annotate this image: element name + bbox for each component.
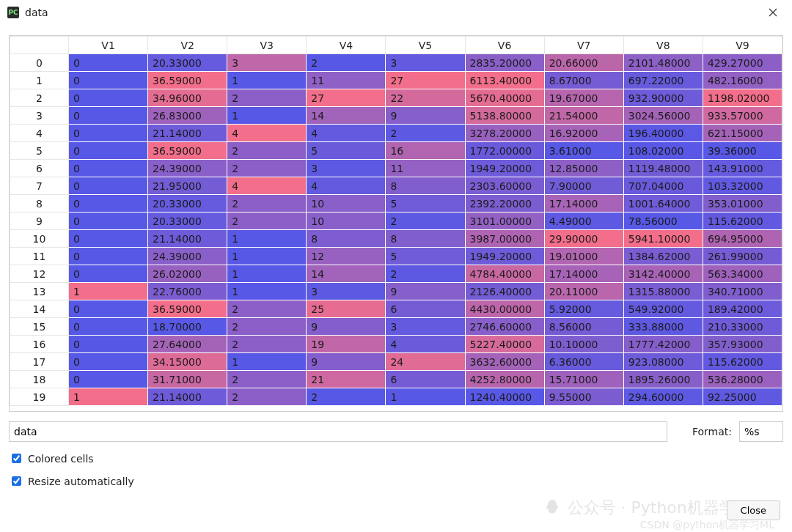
table-cell[interactable]: 9 bbox=[386, 283, 465, 300]
table-cell[interactable]: 19.67000 bbox=[544, 89, 623, 107]
table-cell[interactable]: 21.14000 bbox=[148, 125, 227, 142]
row-index[interactable]: 14 bbox=[10, 300, 69, 318]
table-cell[interactable]: 19.01000 bbox=[544, 248, 623, 265]
table-cell[interactable]: 10 bbox=[307, 213, 386, 230]
table-cell[interactable]: 22.76000 bbox=[148, 283, 227, 300]
row-index[interactable]: 2 bbox=[10, 89, 69, 107]
table-cell[interactable]: 103.32000 bbox=[703, 177, 782, 195]
table-cell[interactable]: 697.22000 bbox=[623, 72, 703, 89]
table-cell[interactable]: 1 bbox=[69, 388, 148, 406]
table-cell[interactable]: 2 bbox=[227, 160, 307, 177]
table-cell[interactable]: 482.16000 bbox=[703, 72, 782, 89]
table-cell[interactable]: 2 bbox=[227, 213, 307, 230]
table-cell[interactable]: 5227.40000 bbox=[465, 336, 544, 353]
table-cell[interactable]: 143.91000 bbox=[703, 160, 782, 177]
table-cell[interactable]: 2 bbox=[386, 125, 465, 142]
format-input[interactable] bbox=[739, 421, 783, 442]
table-cell[interactable]: 15.71000 bbox=[544, 371, 623, 388]
table-cell[interactable]: 20.33000 bbox=[148, 54, 227, 72]
column-header[interactable]: V8 bbox=[623, 37, 703, 54]
table-cell[interactable]: 11 bbox=[307, 72, 386, 89]
row-index[interactable]: 16 bbox=[10, 336, 69, 353]
table-cell[interactable]: 5 bbox=[386, 195, 465, 213]
table-cell[interactable]: 34.15000 bbox=[148, 353, 227, 371]
table-cell[interactable]: 2 bbox=[227, 336, 307, 353]
table-cell[interactable]: 3142.40000 bbox=[623, 265, 703, 283]
table-cell[interactable]: 9.55000 bbox=[544, 388, 623, 406]
table-cell[interactable]: 261.99000 bbox=[703, 248, 782, 265]
table-cell[interactable]: 0 bbox=[69, 248, 148, 265]
table-cell[interactable]: 563.34000 bbox=[703, 265, 782, 283]
row-index[interactable]: 1 bbox=[10, 72, 69, 89]
table-cell[interactable]: 5 bbox=[386, 248, 465, 265]
table-cell[interactable]: 3632.60000 bbox=[465, 353, 544, 371]
table-cell[interactable]: 4252.80000 bbox=[465, 371, 544, 388]
table-cell[interactable]: 27 bbox=[307, 89, 386, 107]
table-cell[interactable]: 3278.20000 bbox=[465, 125, 544, 142]
colored-cells-checkbox[interactable] bbox=[12, 454, 21, 463]
table-cell[interactable]: 210.33000 bbox=[703, 318, 782, 336]
table-cell[interactable]: 549.92000 bbox=[623, 300, 703, 318]
row-index[interactable]: 6 bbox=[10, 160, 69, 177]
row-index[interactable]: 3 bbox=[10, 107, 69, 125]
table-cell[interactable]: 0 bbox=[69, 230, 148, 248]
table-cell[interactable]: 11 bbox=[386, 160, 465, 177]
row-index[interactable]: 19 bbox=[10, 388, 69, 406]
table-cell[interactable]: 357.93000 bbox=[703, 336, 782, 353]
table-cell[interactable]: 9 bbox=[386, 107, 465, 125]
table-cell[interactable]: 1119.48000 bbox=[623, 160, 703, 177]
column-header[interactable]: V9 bbox=[703, 37, 782, 54]
table-cell[interactable]: 17.14000 bbox=[544, 265, 623, 283]
table-cell[interactable]: 2835.20000 bbox=[465, 54, 544, 72]
table-cell[interactable]: 3101.00000 bbox=[465, 213, 544, 230]
table-cell[interactable]: 2101.48000 bbox=[623, 54, 703, 72]
table-cell[interactable]: 0 bbox=[69, 371, 148, 388]
row-index[interactable]: 7 bbox=[10, 177, 69, 195]
table-cell[interactable]: 621.15000 bbox=[703, 125, 782, 142]
table-cell[interactable]: 4.49000 bbox=[544, 213, 623, 230]
table-cell[interactable]: 12.85000 bbox=[544, 160, 623, 177]
table-cell[interactable]: 3 bbox=[227, 54, 307, 72]
table-cell[interactable]: 8 bbox=[386, 177, 465, 195]
table-cell[interactable]: 6 bbox=[386, 371, 465, 388]
table-cell[interactable]: 6.36000 bbox=[544, 353, 623, 371]
table-cell[interactable]: 3.61000 bbox=[544, 142, 623, 160]
table-cell[interactable]: 26.83000 bbox=[148, 107, 227, 125]
table-cell[interactable]: 21.95000 bbox=[148, 177, 227, 195]
column-header[interactable]: V3 bbox=[227, 37, 307, 54]
row-index[interactable]: 17 bbox=[10, 353, 69, 371]
row-index[interactable]: 18 bbox=[10, 371, 69, 388]
table-cell[interactable]: 2 bbox=[386, 265, 465, 283]
table-cell[interactable]: 36.59000 bbox=[148, 300, 227, 318]
table-cell[interactable]: 3 bbox=[386, 318, 465, 336]
table-cell[interactable]: 0 bbox=[69, 107, 148, 125]
table-cell[interactable]: 24 bbox=[386, 353, 465, 371]
table-cell[interactable]: 0 bbox=[69, 318, 148, 336]
table-cell[interactable]: 0 bbox=[69, 213, 148, 230]
table-cell[interactable]: 17.14000 bbox=[544, 195, 623, 213]
table-cell[interactable]: 5941.10000 bbox=[623, 230, 703, 248]
resize-checkbox-row[interactable]: Resize automatically bbox=[9, 474, 783, 488]
row-index[interactable]: 9 bbox=[10, 213, 69, 230]
table-cell[interactable]: 8.67000 bbox=[544, 72, 623, 89]
table-cell[interactable]: 1198.02000 bbox=[703, 89, 782, 107]
table-cell[interactable]: 0 bbox=[69, 125, 148, 142]
table-cell[interactable]: 429.27000 bbox=[703, 54, 782, 72]
table-cell[interactable]: 78.56000 bbox=[623, 213, 703, 230]
table-cell[interactable]: 115.62000 bbox=[703, 213, 782, 230]
row-index[interactable]: 11 bbox=[10, 248, 69, 265]
table-cell[interactable]: 3 bbox=[307, 160, 386, 177]
table-cell[interactable]: 1 bbox=[227, 72, 307, 89]
table-cell[interactable]: 4 bbox=[307, 177, 386, 195]
table-cell[interactable]: 0 bbox=[69, 142, 148, 160]
table-cell[interactable]: 1 bbox=[227, 283, 307, 300]
table-cell[interactable]: 694.95000 bbox=[703, 230, 782, 248]
table-cell[interactable]: 2 bbox=[307, 54, 386, 72]
table-cell[interactable]: 36.59000 bbox=[148, 72, 227, 89]
table-cell[interactable]: 1001.64000 bbox=[623, 195, 703, 213]
table-cell[interactable]: 4 bbox=[307, 125, 386, 142]
table-cell[interactable]: 2392.20000 bbox=[465, 195, 544, 213]
table-cell[interactable]: 25 bbox=[307, 300, 386, 318]
table-cell[interactable]: 1315.88000 bbox=[623, 283, 703, 300]
data-table-container[interactable]: V1V2V3V4V5V6V7V8V9 0020.330003232835.200… bbox=[9, 35, 783, 412]
